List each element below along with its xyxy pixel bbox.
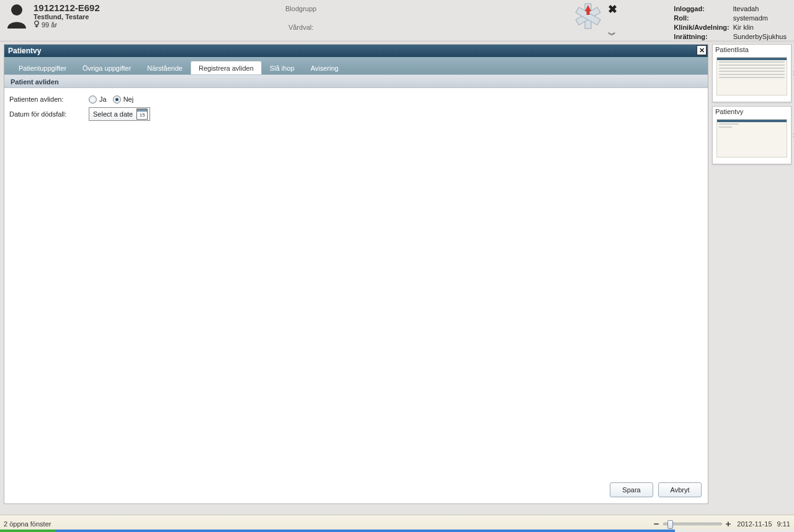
radio-no[interactable]: Nej [113, 95, 134, 104]
tab-narstaende[interactable]: Närstående [139, 61, 190, 74]
side-panels: Patientlista ✖ Patientvy ✖ [712, 44, 792, 168]
care-choice-label: Vårdval: [285, 24, 316, 31]
section-header: Patient avliden [4, 74, 708, 88]
panel-patientlista[interactable]: Patientlista ✖ [712, 44, 792, 102]
patient-summary: 19121212-E692 Testlund, Testare 99 år [5, 2, 100, 29]
patient-id: 19121212-E692 [33, 2, 100, 13]
panel-thumbnail [716, 57, 787, 95]
panel-title: Patientvy [713, 107, 791, 117]
window-title: Patientvy [8, 47, 41, 55]
person-icon [5, 2, 29, 29]
workspace-window: Patientvy ✕ Patientuppgifter Övriga uppg… [4, 44, 708, 504]
medical-alert-icon[interactable] [573, 2, 603, 31]
tab-strip: Patientuppgifter Övriga uppgifter Närstå… [4, 57, 708, 74]
radio-no-label: Nej [123, 95, 134, 103]
patient-age: 99 år [42, 21, 57, 29]
tab-sla-ihop[interactable]: Slå ihop [262, 61, 303, 74]
bloodgroup-label: Blodgrupp [285, 5, 316, 12]
radio-yes-label: Ja [99, 95, 107, 103]
clinic-label: Klinik/Avdelning: [674, 24, 731, 32]
radio-icon [113, 95, 121, 104]
patient-name: Testlund, Testare [33, 13, 100, 20]
radio-yes[interactable]: Ja [89, 95, 107, 104]
window-close-button[interactable]: ✕ [697, 45, 707, 55]
svg-rect-7 [587, 9, 590, 15]
login-info: Inloggad:ltevadah Roll:systemadm Klinik/… [672, 4, 790, 42]
expand-chevron-icon[interactable]: ︾ [608, 30, 616, 41]
facility-label: Inrättning: [674, 33, 731, 41]
zoom-control: − + [654, 518, 731, 529]
facility-value: SunderbySjukhus [733, 33, 789, 41]
status-date: 2012-11-15 [737, 520, 772, 528]
role-label: Roll: [674, 14, 731, 22]
window-title-bar: Patientvy ✕ [4, 45, 708, 57]
patient-extra-labels: Blodgrupp Vårdval: [285, 5, 316, 42]
radio-icon [89, 95, 97, 104]
close-alert-icon[interactable]: ✖ [608, 2, 617, 16]
svg-point-0 [11, 4, 22, 16]
role-value: systemadm [733, 14, 789, 22]
date-placeholder: Select a date [93, 110, 133, 118]
zoom-out-button[interactable]: − [654, 518, 659, 529]
gender-icon [33, 20, 40, 29]
panel-title: Patientlista [713, 45, 791, 55]
panel-thumbnail [716, 119, 787, 157]
os-taskbar [0, 530, 794, 532]
death-date-picker[interactable]: Select a date 15 [89, 107, 150, 121]
death-date-label: Datum för dödsfall: [9, 110, 89, 118]
zoom-thumb[interactable] [667, 520, 673, 529]
status-time: 9:11 [777, 520, 790, 528]
form-area: Patienten avliden: Ja Nej Datum för döds… [4, 88, 708, 125]
alert-area: ✖ [573, 2, 617, 31]
tab-patientuppgifter[interactable]: Patientuppgifter [11, 61, 74, 74]
logged-in-value: ltevadah [733, 5, 789, 13]
action-buttons: Spara Avbryt [610, 482, 702, 497]
zoom-slider[interactable] [663, 523, 722, 525]
tab-ovriga-uppgifter[interactable]: Övriga uppgifter [74, 61, 139, 74]
tab-registrera-avliden[interactable]: Registrera avliden [190, 61, 262, 74]
cancel-button[interactable]: Avbryt [658, 482, 702, 497]
logged-in-label: Inloggad: [674, 5, 731, 13]
open-windows-count: 2 öppna fönster [4, 520, 51, 528]
save-button[interactable]: Spara [610, 482, 653, 497]
clinic-value: Kir klin [733, 24, 789, 32]
deceased-label: Patienten avliden: [9, 95, 89, 103]
tab-avisering[interactable]: Avisering [303, 61, 347, 74]
calendar-icon: 15 [136, 109, 148, 120]
svg-point-1 [35, 21, 38, 25]
zoom-in-button[interactable]: + [726, 518, 731, 529]
panel-patientvy[interactable]: Patientvy ✖ [712, 106, 792, 164]
top-bar: 19121212-E692 Testlund, Testare 99 år Bl… [0, 0, 794, 42]
